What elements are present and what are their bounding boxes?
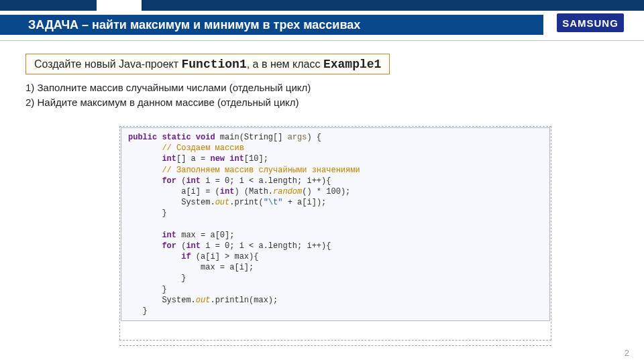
- code-text: max = a[0];: [176, 231, 234, 240]
- code-text: System.: [128, 198, 215, 207]
- code-text: ) {: [307, 133, 321, 142]
- code-kw: if: [128, 252, 191, 261]
- instruction-prefix: Создайте новый Java-проект: [34, 58, 181, 70]
- code-text: .print(: [229, 198, 263, 207]
- divider-line: [0, 40, 644, 41]
- bottom-dashed-line: [119, 345, 551, 346]
- code-block: public static void main(String[] args) {…: [121, 127, 550, 321]
- code-text: (: [176, 241, 186, 251]
- code-static: random: [273, 187, 302, 196]
- code-text: i = 0; i < a.length; i++){: [201, 241, 331, 251]
- code-text: (: [176, 176, 186, 186]
- code-text: }: [128, 274, 186, 283]
- instruction-middle: , а в нем класс: [247, 58, 323, 70]
- code-text: }: [128, 306, 148, 316]
- instruction-callout: Создайте новый Java-проект Function1, а …: [25, 54, 390, 74]
- code-kw: int: [186, 241, 201, 251]
- project-name: Function1: [181, 58, 246, 71]
- code-text: [] a =: [176, 154, 210, 164]
- code-static: out: [196, 296, 211, 305]
- code-text: main(String[]: [215, 133, 288, 142]
- code-text: + a[i]);: [282, 198, 326, 207]
- code-comment: // Создаем массив: [128, 143, 244, 153]
- code-text: i = 0; i < a.length; i++){: [201, 176, 331, 186]
- code-text: .println(max);: [210, 296, 278, 305]
- slide-title: ЗАДАЧА – найти максимум и минимум в трех…: [0, 15, 543, 35]
- step-1: 1) Заполните массив случайными числами (…: [25, 80, 311, 95]
- code-text: [10];: [244, 154, 268, 164]
- code-kw: int: [186, 176, 201, 186]
- code-kw: for: [128, 176, 176, 186]
- code-kw: new int: [210, 154, 244, 164]
- code-arg: args: [288, 133, 307, 142]
- steps-list: 1) Заполните массив случайными числами (…: [25, 80, 311, 110]
- code-text: () * 100);: [302, 187, 350, 196]
- code-kw: public static void: [128, 133, 215, 142]
- code-text: System.: [128, 296, 196, 305]
- code-text: max = a[i];: [128, 263, 254, 272]
- code-text: a[i] = (: [128, 187, 220, 196]
- header-accent-strip: [0, 0, 644, 11]
- code-kw: int: [128, 154, 176, 164]
- code-comment: // Заполняем массив случайными значениям…: [128, 166, 360, 175]
- code-text: (a[i] > max){: [191, 252, 259, 261]
- code-kw: for: [128, 241, 176, 251]
- code-static: out: [215, 198, 230, 207]
- code-kw: int: [220, 187, 235, 196]
- code-text: ) (Math.: [234, 187, 273, 196]
- code-string: "\t": [264, 198, 283, 207]
- code-text: }: [128, 208, 167, 218]
- code-text: }: [128, 285, 167, 294]
- code-kw: int: [128, 231, 176, 240]
- samsung-logo: SAMSUNG: [557, 13, 624, 32]
- page-number: 2: [625, 348, 629, 358]
- step-2: 2) Найдите максимум в данном массиве (от…: [25, 95, 311, 110]
- class-name: Example1: [323, 58, 381, 71]
